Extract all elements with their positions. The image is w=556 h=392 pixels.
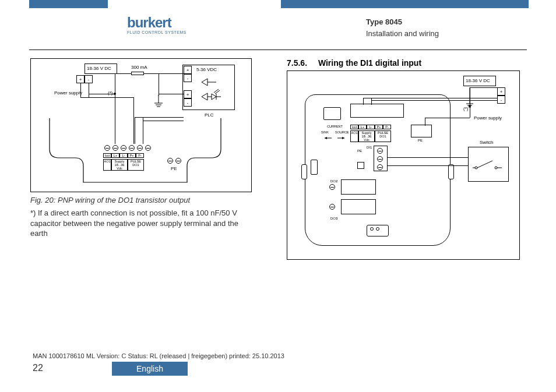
wire bbox=[135, 117, 135, 144]
sink-label: SINK bbox=[321, 130, 329, 134]
t-ao1: AO1 bbox=[103, 159, 111, 171]
svg-marker-23 bbox=[342, 137, 344, 139]
wire bbox=[159, 73, 159, 96]
voltage-label: 18-36 V DC bbox=[87, 66, 111, 71]
switch-symbol-icon bbox=[473, 157, 504, 175]
di1-pe: PE bbox=[357, 149, 362, 153]
source-label: SOURCE bbox=[335, 130, 349, 134]
di1-terminals bbox=[376, 147, 384, 171]
pe-frame bbox=[411, 125, 432, 137]
wire bbox=[115, 73, 131, 74]
wire bbox=[388, 165, 468, 166]
supply-minus: - bbox=[85, 75, 93, 83]
bottom-connector bbox=[367, 225, 389, 236]
section-number: 7.5.6. bbox=[287, 58, 316, 68]
plc-top-terms: + - bbox=[184, 66, 192, 82]
wire bbox=[184, 69, 184, 73]
logo-tagline: FLUID CONTROL SYSTEMS bbox=[127, 30, 186, 34]
mount-tab bbox=[301, 164, 307, 179]
figure-note: *) If a direct earth connection is not p… bbox=[30, 208, 246, 239]
do2-box bbox=[341, 179, 376, 195]
wire bbox=[425, 118, 470, 118]
t-lp: L+ bbox=[358, 125, 367, 129]
wire bbox=[80, 97, 134, 98]
power-supply-label: Power supply bbox=[474, 115, 502, 121]
supply-terminals: + - bbox=[497, 87, 505, 104]
t-supply: Supply 18...36 Vdc bbox=[111, 159, 128, 171]
asterisk: (*) bbox=[108, 90, 112, 96]
wire bbox=[371, 98, 372, 105]
wire bbox=[470, 87, 497, 88]
mount-tab bbox=[448, 164, 454, 179]
plc-plus2: + bbox=[184, 90, 192, 98]
side-connector bbox=[311, 160, 318, 175]
figure-di1-diagram: 18-36 V DC + - Power supply (*) Switch bbox=[287, 70, 520, 260]
page-number: 22 bbox=[33, 363, 43, 373]
wire bbox=[497, 96, 498, 98]
logo-text: burkert bbox=[127, 16, 186, 29]
current-label: CURRENT bbox=[327, 125, 343, 128]
content: 18-36 V DC + - Power supply 300 mA + - 5… bbox=[0, 58, 556, 260]
top-term-frame bbox=[350, 104, 404, 118]
t-iout: Iout bbox=[350, 125, 358, 129]
supply-plus: + bbox=[76, 75, 85, 83]
plc-plus: + bbox=[184, 66, 192, 74]
t-pulse: PULSE DO1 bbox=[128, 159, 144, 171]
di1-pin bbox=[357, 162, 364, 169]
wire bbox=[159, 94, 184, 94]
wire bbox=[425, 118, 425, 126]
fuse-label: 300 mA bbox=[131, 65, 147, 70]
t-lm: L- bbox=[367, 125, 375, 129]
logo: burkert FLUID CONTROL SYSTEMS bbox=[127, 16, 186, 34]
wire bbox=[159, 94, 159, 96]
supply-minus: - bbox=[497, 96, 505, 104]
column-right: 7.5.6. Wiring the DI1 digital input 18-3… bbox=[252, 58, 556, 260]
term-sublabels: AO1 Supply 18...36 Vdc PULSE DO1 bbox=[350, 130, 391, 142]
svg-line-5 bbox=[214, 89, 219, 93]
column-left: 18-36 V DC + - Power supply 300 mA + - 5… bbox=[0, 58, 252, 260]
arrows-icon bbox=[322, 135, 348, 141]
plc-minus: - bbox=[184, 74, 192, 82]
do3-label: DO3 bbox=[330, 217, 337, 220]
terminal-sub-row: AO1 Supply 18...36 Vdc PULSE DO1 bbox=[103, 159, 144, 171]
t-ao1: AO1 bbox=[350, 130, 358, 142]
power-supply-label: Power supply bbox=[54, 90, 82, 96]
t-supply: Supply 18...36 Vdc bbox=[358, 130, 375, 142]
svg-line-17 bbox=[477, 161, 492, 168]
svg-point-15 bbox=[475, 167, 477, 169]
do3-box bbox=[341, 199, 376, 214]
wire bbox=[156, 73, 184, 74]
header-rule bbox=[29, 50, 527, 50]
doc-section: Installation and wiring bbox=[366, 28, 439, 40]
plc-minus2: - bbox=[184, 98, 192, 107]
t-iout: Iout bbox=[103, 153, 111, 158]
page-header: burkert FLUID CONTROL SYSTEMS Type 8045 … bbox=[0, 0, 556, 47]
wire bbox=[89, 83, 89, 97]
wire bbox=[371, 100, 497, 101]
wire bbox=[363, 98, 497, 98]
t-pp: P+ bbox=[128, 153, 136, 158]
figure-20-diagram: 18-36 V DC + - Power supply 300 mA + - 5… bbox=[30, 58, 252, 192]
terminal-label-row: Iout L+ L- P+ P- bbox=[103, 153, 144, 158]
wire bbox=[363, 98, 364, 105]
section-title-text: Wiring the DI1 digital input bbox=[318, 58, 421, 68]
wire bbox=[80, 83, 81, 97]
wire bbox=[388, 157, 468, 158]
wire bbox=[143, 121, 184, 121]
plc-bot-terms: + - bbox=[184, 90, 192, 107]
svg-point-16 bbox=[495, 167, 497, 169]
wire bbox=[470, 87, 470, 118]
wire bbox=[135, 117, 184, 118]
display-icon bbox=[323, 107, 341, 120]
footer-meta: MAN 1000178610 ML Version: C Status: RL … bbox=[33, 352, 556, 359]
supply-terminals: + - bbox=[76, 75, 93, 83]
t-pulse: PULSE DO1 bbox=[375, 130, 391, 142]
pe-label: PE bbox=[418, 139, 423, 142]
di1-label: DI1 bbox=[367, 146, 372, 149]
fuse-icon bbox=[131, 72, 144, 75]
footer-bar: 22 English bbox=[0, 362, 556, 376]
t-pm: P- bbox=[136, 153, 144, 158]
t-lp: L+ bbox=[111, 153, 119, 158]
svg-marker-21 bbox=[325, 137, 327, 139]
language-badge: English bbox=[112, 362, 188, 376]
